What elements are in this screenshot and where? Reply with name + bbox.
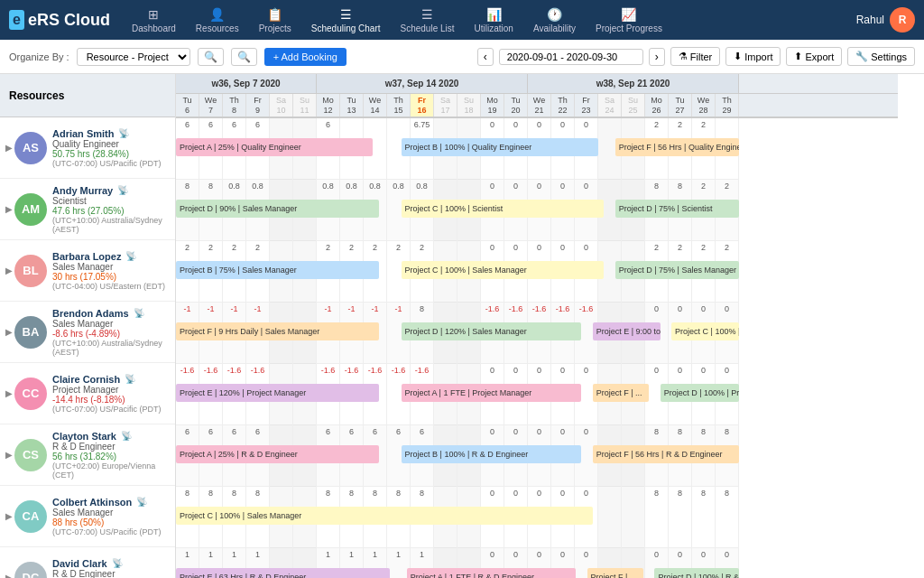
data-cell-r7-c11: [434, 548, 457, 578]
app-logo[interactable]: e eRS Cloud: [9, 10, 110, 30]
resource-expand-7[interactable]: ▶: [5, 573, 13, 578]
week-label-2: w38, Sep 21 2020: [528, 74, 739, 93]
settings-button[interactable]: 🔧 Settings: [847, 47, 915, 66]
data-cell-r6-c11: [434, 487, 457, 548]
data-cell-r6-c6: 8: [317, 487, 340, 548]
data-cell-r2-c16: 0: [551, 241, 575, 303]
search-button-2[interactable]: 🔍: [231, 48, 257, 66]
data-cell-r0-c15: 0: [528, 118, 551, 180]
resource-expand-0[interactable]: ▶: [5, 143, 13, 153]
next-date-button[interactable]: ›: [649, 48, 665, 66]
resource-info-5: Clayton Stark 📡 R & D Engineer 56 hrs (3…: [52, 431, 170, 480]
resource-expand-6[interactable]: ▶: [5, 511, 13, 521]
data-cell-r6-c18: [598, 487, 622, 548]
resource-avatar-1: AM: [14, 193, 47, 226]
data-cell-r1-c19: [622, 180, 645, 241]
data-cell-r4-c14: 0: [504, 364, 528, 425]
data-cell-r7-c3: 1: [246, 548, 270, 578]
day-header-7we: We7: [199, 94, 223, 117]
resource-expand-1[interactable]: ▶: [5, 204, 13, 214]
data-cell-r7-c14: 0: [504, 548, 528, 578]
day-header-20tu: Tu20: [504, 94, 528, 117]
data-cell-r6-c20: 8: [645, 487, 669, 548]
data-cell-r0-c10: 6.75: [411, 118, 434, 180]
data-cell-r4-c1: -1.6: [199, 364, 223, 425]
organize-select[interactable]: Resource - Project: [77, 48, 190, 66]
dashboard-icon: ⊞: [148, 7, 159, 22]
week-label-1: w37, Sep 14 2020: [317, 74, 528, 93]
resource-name-3: Brendon Adams: [52, 308, 129, 319]
data-cell-r1-c20: 8: [645, 180, 669, 241]
resource-feed-0: 📡: [118, 128, 129, 138]
data-cell-r6-c21: 8: [669, 487, 692, 548]
search-button-1[interactable]: 🔍: [198, 48, 224, 66]
data-cell-r0-c6: 6: [317, 118, 340, 180]
data-cell-r6-c13: 0: [481, 487, 504, 548]
data-cell-r1-c13: 0: [481, 180, 504, 241]
resource-info-2: Barbara Lopez 📡 Sales Manager 30 hrs (17…: [52, 251, 170, 291]
day-header-10sa: Sa10: [270, 94, 293, 117]
data-cell-r3-c2: -1: [223, 303, 246, 364]
utilization-label: Utilization: [475, 23, 513, 33]
nav-items-container: ⊞Dashboard👤Resources📋Projects☰Scheduling…: [123, 4, 853, 37]
data-cell-r3-c10: 8: [411, 303, 434, 364]
data-cell-r4-c3: -1.6: [246, 364, 270, 425]
data-cell-r7-c19: [622, 548, 645, 578]
resource-row-1[interactable]: ▶ AM Andy Murray 📡 Scientist 47.6 hrs (2…: [0, 179, 175, 240]
data-cell-r3-c6: -1: [317, 303, 340, 364]
data-cell-r4-c10: -1.6: [411, 364, 434, 425]
resource-title-1: Scientist: [52, 196, 170, 206]
data-cell-r7-c22: 0: [692, 548, 716, 578]
resource-feed-3: 📡: [134, 308, 144, 318]
resource-avatar-6: CA: [14, 500, 47, 533]
add-booking-button[interactable]: + Add Booking: [264, 48, 346, 66]
data-cell-r3-c7: -1: [340, 303, 364, 364]
data-cell-r4-c15: 0: [528, 364, 551, 425]
resource-expand-3[interactable]: ▶: [5, 327, 13, 337]
import-button[interactable]: ⬇ Import: [725, 47, 781, 66]
top-navigation: e eRS Cloud ⊞Dashboard👤Resources📋Project…: [0, 0, 924, 40]
resource-row-6[interactable]: ▶ CA Colbert Atkinson 📡 Sales Manager 88…: [0, 486, 175, 547]
user-avatar[interactable]: R: [890, 7, 915, 33]
nav-item-scheduling-chart[interactable]: ☰Scheduling Chart: [302, 4, 390, 37]
organize-label: Organize By :: [9, 51, 69, 62]
resource-row-5[interactable]: ▶ CS Clayton Stark 📡 R & D Engineer 56 h…: [0, 424, 175, 486]
resource-name-7: David Clark: [52, 558, 107, 569]
resource-expand-2[interactable]: ▶: [5, 266, 13, 275]
nav-item-utilization[interactable]: 📊Utilization: [466, 4, 522, 37]
logo-icon: e: [9, 10, 24, 30]
resource-tz-5: (UTC+02:00) Europe/Vienna (CET): [52, 461, 170, 480]
nav-item-availability[interactable]: 🕐Availability: [524, 4, 585, 37]
data-cell-r4-c19: [622, 364, 645, 425]
resource-row-0[interactable]: ▶ AS Adrian Smith 📡 Quality Engineer 50.…: [0, 117, 175, 179]
data-cell-r1-c4: [270, 180, 293, 241]
resource-row-7[interactable]: ▶ DC David Clark 📡 R & D Engineer 9 hrs …: [0, 547, 175, 578]
export-button[interactable]: ⬆ Export: [786, 47, 842, 66]
resource-expand-4[interactable]: ▶: [5, 388, 13, 398]
resource-row-3[interactable]: ▶ BA Brendon Adams 📡 Sales Manager -8.6 …: [0, 302, 175, 363]
nav-item-projects[interactable]: 📋Projects: [250, 4, 300, 37]
resource-row-2[interactable]: ▶ BL Barbara Lopez 📡 Sales Manager 30 hr…: [0, 240, 175, 302]
resource-title-4: Project Manager: [52, 385, 170, 395]
nav-item-dashboard[interactable]: ⊞Dashboard: [123, 4, 185, 37]
data-cell-r4-c5: [293, 364, 317, 425]
data-cell-r5-c22: 8: [692, 425, 716, 487]
data-cell-r5-c8: 6: [364, 425, 387, 487]
prev-date-button[interactable]: ‹: [477, 48, 494, 66]
app-name: eRS Cloud: [28, 11, 110, 30]
schedule-area[interactable]: w36, Sep 7 2020w37, Sep 14 2020w38, Sep …: [176, 74, 924, 578]
data-cell-r1-c10: 0.8: [411, 180, 434, 241]
resource-expand-5[interactable]: ▶: [5, 450, 13, 460]
data-cell-r1-c0: 8: [176, 180, 199, 241]
date-range-input[interactable]: [499, 49, 643, 65]
nav-item-resources[interactable]: 👤Resources: [187, 4, 248, 37]
nav-item-schedule-list[interactable]: ☰Schedule List: [392, 4, 464, 37]
data-cell-r5-c1: 6: [199, 425, 223, 487]
filter-button[interactable]: ⚗ Filter: [670, 47, 720, 66]
nav-item-project-progress[interactable]: 📈Project Progress: [587, 4, 671, 37]
day-header-27tu: Tu27: [669, 94, 692, 117]
day-header-13tu: Tu13: [340, 94, 364, 117]
data-cell-r5-c0: 6: [176, 425, 199, 487]
filter-icon: ⚗: [679, 51, 688, 62]
resource-row-4[interactable]: ▶ CC Claire Cornish 📡 Project Manager -1…: [0, 363, 175, 424]
